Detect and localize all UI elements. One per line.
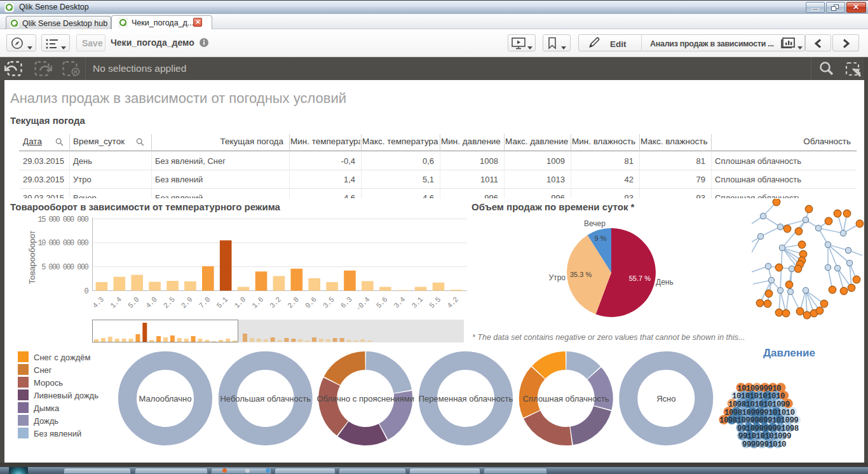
svg-text:35.3 %: 35.3 %: [570, 271, 592, 278]
svg-text:5.6: 5.6: [374, 295, 389, 310]
svg-text:7.0: 7.0: [197, 295, 212, 310]
svg-text:2.8: 2.8: [286, 295, 301, 310]
svg-text:15 000 000 000: 15 000 000 000: [38, 215, 89, 224]
svg-text:5.5: 5.5: [428, 295, 442, 310]
svg-text:Ясно: Ясно: [656, 394, 675, 403]
svg-text:10 000 000 000: 10 000 000 000: [38, 239, 89, 248]
svg-text:Сплошная облачность: Сплошная облачность: [523, 394, 609, 403]
svg-text:2.5: 2.5: [162, 295, 177, 310]
svg-text:6.3: 6.3: [339, 295, 354, 310]
svg-text:0.6: 0.6: [304, 295, 318, 310]
svg-text:Облачно с прояснениями: Облачно с прояснениями: [317, 394, 415, 403]
svg-text:Утро: Утро: [549, 273, 566, 282]
svg-text:Небольшая облачность: Небольшая облачность: [220, 394, 311, 403]
svg-text:Товарооборот: Товарооборот: [27, 231, 37, 285]
svg-text:3.4: 3.4: [392, 295, 407, 310]
svg-text:Малооблачно: Малооблачно: [139, 394, 192, 403]
svg-text:Вечер: Вечер: [584, 219, 606, 228]
svg-text:5.0: 5.0: [126, 295, 141, 310]
svg-text:10981010101099: 10981010101099: [728, 400, 790, 409]
svg-text:3.1: 3.1: [410, 295, 424, 310]
svg-text:4.3: 4.3: [91, 295, 105, 310]
svg-text:-0.4: -0.4: [354, 295, 372, 313]
svg-text:4.0: 4.0: [144, 295, 159, 310]
svg-text:1.6: 1.6: [250, 295, 265, 310]
svg-text:День: День: [656, 278, 674, 287]
svg-text:3.5: 3.5: [322, 295, 336, 310]
svg-text:5 000 000 000: 5 000 000 000: [41, 263, 88, 272]
svg-text:0: 0: [84, 287, 88, 296]
svg-text:1.4: 1.4: [109, 295, 123, 310]
svg-text:2.9: 2.9: [179, 295, 194, 310]
svg-text:4.2: 4.2: [445, 295, 460, 310]
svg-text:9 %: 9 %: [595, 234, 607, 242]
svg-text:9999991010: 9999991010: [742, 440, 786, 449]
svg-text:55.7 %: 55.7 %: [629, 274, 651, 282]
svg-text:5.1: 5.1: [215, 295, 229, 310]
svg-text:Переменная облачность: Переменная облачность: [419, 394, 513, 403]
svg-text:1.0: 1.0: [233, 295, 247, 310]
svg-text:3.2: 3.2: [268, 295, 283, 310]
